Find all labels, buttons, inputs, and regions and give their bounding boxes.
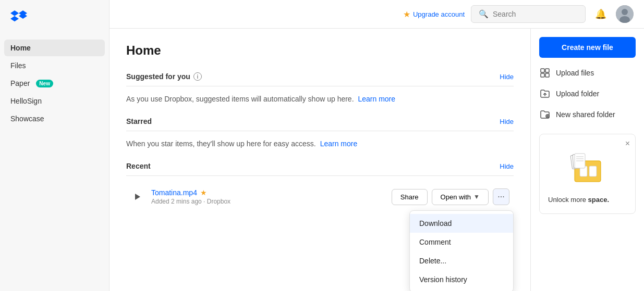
upload-folder-item[interactable]: Upload folder — [539, 86, 636, 102]
suggested-title: Suggested for you i — [126, 72, 202, 81]
svg-rect-10 — [589, 166, 597, 176]
page-content: Home Suggested for you i Hide As you use… — [110, 29, 530, 291]
right-panel: Create new file Upload files — [530, 29, 644, 291]
recent-title: Recent — [126, 162, 151, 170]
share-button[interactable]: Share — [392, 189, 428, 205]
dropdown-comment[interactable]: Comment — [410, 233, 513, 251]
dropdown-version-history[interactable]: Version history — [410, 270, 513, 289]
search-icon: 🔍 — [479, 9, 489, 19]
svg-rect-4 — [545, 69, 549, 72]
starred-hide-button[interactable]: Hide — [500, 118, 514, 125]
suggested-header: Suggested for you i Hide — [126, 72, 514, 81]
file-name: Tomatina.mp4 ★ — [151, 188, 392, 197]
paper-new-badge: New — [36, 80, 53, 87]
new-shared-folder-icon — [539, 109, 551, 120]
bell-icon: 🔔 — [595, 8, 606, 20]
sidebar-item-home-label: Home — [10, 44, 31, 52]
starred-title: Starred — [126, 117, 152, 125]
svg-point-1 — [622, 9, 628, 15]
promo-text: Unlock more space. — [548, 195, 627, 205]
dropbox-logo[interactable] — [0, 8, 109, 40]
sidebar-item-showcase[interactable]: Showcase — [4, 110, 105, 127]
suggested-hide-button[interactable]: Hide — [500, 73, 514, 81]
svg-rect-5 — [541, 73, 544, 77]
new-shared-folder-item[interactable]: New shared folder — [539, 107, 636, 122]
sidebar: Home Files Paper New HelloSign Showcase — [0, 0, 110, 291]
dropdown-menu: Download Comment Delete... Version histo… — [409, 210, 514, 291]
svg-rect-6 — [545, 73, 549, 77]
open-with-chevron-icon: ▼ — [473, 193, 480, 200]
upload-folder-label: Upload folder — [556, 90, 599, 98]
play-button[interactable] — [130, 189, 145, 204]
starred-empty-text: When you star items, they'll show up her… — [126, 138, 514, 149]
recent-section: Recent Hide Tomatina.mp4 ★ — [126, 162, 514, 210]
starred-section: Starred Hide When you star items, they'l… — [126, 117, 514, 149]
main-area: ★ Upgrade account 🔍 🔔 Home — [110, 0, 644, 291]
search-input[interactable] — [493, 10, 578, 18]
avatar[interactable] — [616, 5, 634, 23]
sidebar-item-home[interactable]: Home — [4, 40, 105, 56]
sidebar-item-hellosign[interactable]: HelloSign — [4, 93, 105, 109]
sidebar-item-hellosign-label: HelloSign — [10, 97, 42, 105]
suggested-section: Suggested for you i Hide As you use Drop… — [126, 72, 514, 105]
new-shared-folder-label: New shared folder — [556, 110, 615, 119]
suggested-divider — [126, 86, 514, 86]
upload-folder-icon — [539, 88, 551, 99]
starred-learn-more-link[interactable]: Learn more — [320, 140, 358, 148]
item-actions: Share Open with ▼ ··· — [392, 188, 509, 205]
open-with-button[interactable]: Open with ▼ — [432, 189, 489, 205]
starred-divider — [126, 131, 514, 131]
sidebar-item-paper[interactable]: Paper New — [4, 75, 105, 92]
sidebar-nav: Home Files Paper New HelloSign Showcase — [0, 40, 109, 127]
sidebar-item-showcase-label: Showcase — [10, 115, 44, 123]
dropdown-download[interactable]: Download — [410, 214, 513, 233]
file-meta: Added 2 mins ago · Dropbox — [151, 198, 392, 205]
starred-header: Starred Hide — [126, 117, 514, 125]
topbar: ★ Upgrade account 🔍 🔔 — [110, 0, 644, 29]
avatar-image — [616, 5, 634, 23]
sidebar-item-files[interactable]: Files — [4, 57, 105, 74]
suggested-learn-more-link[interactable]: Learn more — [358, 95, 395, 103]
file-star-icon[interactable]: ★ — [200, 188, 207, 197]
create-new-file-button[interactable]: Create new file — [539, 37, 636, 58]
recent-header: Recent Hide — [126, 162, 514, 170]
upload-files-item[interactable]: Upload files — [539, 65, 636, 81]
notifications-button[interactable]: 🔔 — [592, 5, 610, 23]
dropdown-delete[interactable]: Delete... — [410, 251, 513, 270]
upload-actions: Upload files Upload folder — [539, 65, 636, 122]
more-options-button[interactable]: ··· — [493, 188, 509, 205]
search-box[interactable]: 🔍 — [471, 5, 586, 23]
suggested-info-icon[interactable]: i — [193, 72, 202, 81]
recent-hide-button[interactable]: Hide — [500, 162, 514, 170]
sidebar-item-paper-label: Paper — [10, 79, 30, 87]
star-icon: ★ — [403, 9, 410, 19]
promo-close-button[interactable]: × — [625, 140, 630, 148]
content-area: Home Suggested for you i Hide As you use… — [110, 29, 644, 291]
promo-card: × — [539, 134, 636, 214]
svg-rect-3 — [541, 69, 544, 72]
recent-divider — [126, 175, 514, 176]
recent-file-item: Tomatina.mp4 ★ Added 2 mins ago · Dropbo… — [126, 183, 514, 210]
sidebar-item-files-label: Files — [10, 61, 26, 70]
file-info: Tomatina.mp4 ★ Added 2 mins ago · Dropbo… — [151, 188, 392, 205]
promo-illustration — [548, 143, 627, 189]
upgrade-label: Upgrade account — [413, 10, 465, 18]
upload-files-label: Upload files — [556, 69, 594, 77]
upgrade-link[interactable]: ★ Upgrade account — [403, 9, 465, 19]
suggested-empty-text: As you use Dropbox, suggested items will… — [126, 94, 514, 105]
page-title: Home — [126, 43, 514, 58]
upload-files-icon — [539, 67, 551, 79]
